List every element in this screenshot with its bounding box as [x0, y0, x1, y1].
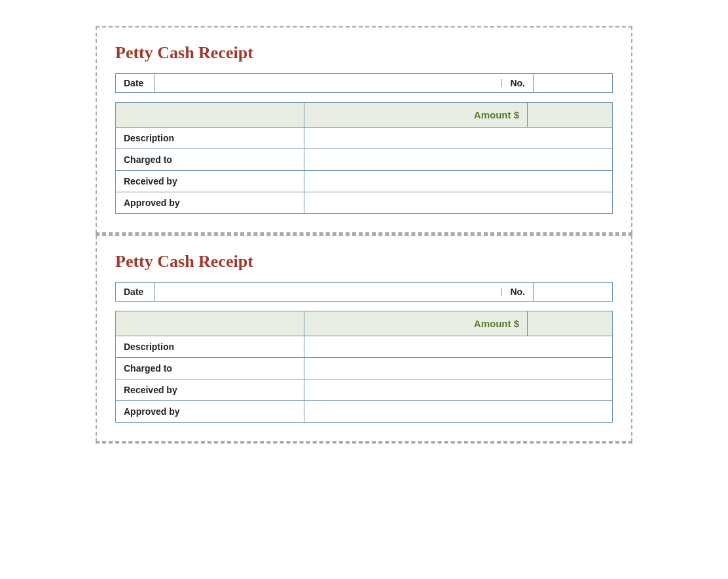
receipt-bottom-separator: [96, 442, 632, 444]
receipt-2-description-value[interactable]: [304, 336, 613, 358]
receipt-2: Petty Cash Receipt Date No. Amount $ Des…: [96, 235, 632, 442]
receipt-2-header-row: Amount $: [116, 311, 613, 336]
table-row: Charged to: [116, 149, 613, 171]
receipt-2-amount-label: Amount $: [304, 311, 528, 336]
receipt-1-description-value[interactable]: [304, 128, 613, 149]
receipt-1-amount-label: Amount $: [304, 103, 528, 128]
receipt-2-received-value[interactable]: [304, 379, 613, 401]
receipt-1-date-label: Date: [116, 74, 155, 92]
receipt-1-charged-label: Charged to: [116, 149, 304, 171]
receipt-1-header-left: [116, 103, 304, 128]
receipt-2-received-label: Received by: [116, 379, 304, 401]
receipt-2-title: Petty Cash Receipt: [115, 252, 613, 272]
receipt-1-received-value[interactable]: [304, 171, 613, 192]
receipt-2-date-row: Date No.: [115, 282, 613, 302]
receipt-1-header-row: Amount $: [116, 103, 613, 128]
receipt-2-description-label: Description: [116, 336, 304, 358]
table-row: Received by: [116, 379, 613, 401]
receipt-2-no-label: No.: [502, 283, 534, 301]
receipt-1: Petty Cash Receipt Date No. Amount $ Des…: [96, 26, 632, 234]
table-row: Description: [116, 128, 613, 149]
receipt-2-charged-label: Charged to: [116, 358, 304, 379]
receipt-1-charged-value[interactable]: [304, 149, 613, 171]
receipt-1-title: Petty Cash Receipt: [115, 43, 613, 63]
receipt-2-no-input[interactable]: [534, 288, 612, 296]
table-row: Approved by: [116, 192, 613, 214]
receipt-1-no-input[interactable]: [534, 79, 612, 87]
receipt-1-approved-value[interactable]: [304, 192, 613, 214]
table-row: Charged to: [116, 358, 613, 379]
table-row: Description: [116, 336, 613, 358]
receipt-1-header-right: [528, 103, 613, 128]
receipt-1-table: Amount $ Description Charged to Received…: [115, 102, 613, 214]
page-container: Petty Cash Receipt Date No. Amount $ Des…: [13, 13, 715, 579]
table-row: Received by: [116, 171, 613, 192]
receipt-1-received-label: Received by: [116, 171, 304, 192]
receipt-1-approved-label: Approved by: [116, 192, 304, 214]
receipt-2-date-input[interactable]: [155, 288, 502, 296]
table-row: Approved by: [116, 401, 613, 423]
receipt-2-table: Amount $ Description Charged to Received…: [115, 311, 613, 423]
receipt-2-date-label: Date: [116, 283, 155, 301]
receipt-1-no-label: No.: [502, 74, 534, 92]
receipt-2-charged-value[interactable]: [304, 358, 613, 379]
receipt-2-approved-value[interactable]: [304, 401, 613, 423]
receipt-2-approved-label: Approved by: [116, 401, 304, 423]
receipt-1-date-row: Date No.: [115, 73, 613, 93]
receipt-1-date-input[interactable]: [155, 79, 502, 87]
receipt-1-description-label: Description: [116, 128, 304, 149]
receipt-2-header-right: [528, 311, 613, 336]
receipt-2-header-left: [116, 311, 304, 336]
